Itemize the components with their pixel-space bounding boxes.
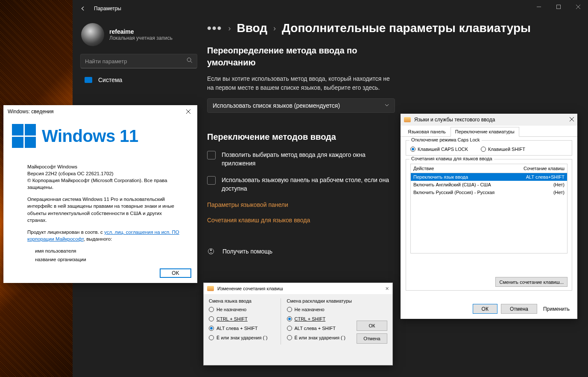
checkbox[interactable]	[207, 176, 216, 185]
opt-tilde[interactable]: Ё или знак ударения (`)	[209, 335, 275, 340]
check-language-bar-label: Использовать языковую панель на рабочем …	[222, 176, 395, 193]
radio-caps-lock[interactable]: Клавишей CAPS LOCK	[410, 147, 468, 152]
radio-icon	[287, 335, 292, 340]
user-block[interactable]: refeaime Локальная учетная запись	[77, 21, 201, 52]
dialog-buttons: ОК Отмена Применить	[473, 304, 572, 314]
col-shortcut: Сочетание клавиш	[524, 166, 565, 171]
opt-alt-shift[interactable]: ALT слева + SHIFT	[287, 326, 353, 331]
list-row[interactable]: Переключить язык вводаALT слева+SHIFT	[411, 173, 567, 181]
breadcrumb-overflow[interactable]: •••	[207, 21, 222, 35]
close-button[interactable]	[570, 117, 574, 123]
close-button[interactable]	[568, 0, 588, 14]
change-shortcut-dialog: Изменение сочетания клавиш ✕ Смена языка…	[203, 283, 393, 365]
winver-title: Windows: сведения	[8, 109, 54, 115]
breadcrumb-current: Дополнительные параметры клавиатуры	[282, 21, 531, 35]
col-layout: Смена раскладки клавиатуры Не назначено …	[287, 298, 353, 345]
text-services-title: Языки и службы текстового ввода	[414, 117, 495, 123]
tab-keyboard-switching[interactable]: Переключение клавиатуры	[451, 127, 519, 137]
winver-copyright: © Корпорация Майкрософт (Microsoft Corpo…	[27, 177, 180, 191]
maximize-button[interactable]	[549, 0, 568, 14]
default-input-dropdown[interactable]: Использовать список языков (рекомендуетс…	[207, 98, 395, 113]
winver-body: Майкрософт Windows Версия 22H2 (сборка О…	[3, 156, 197, 269]
svg-point-3	[210, 249, 212, 251]
check-language-bar[interactable]: Использовать языковую панель на рабочем …	[207, 176, 395, 193]
winver-org: название организации	[35, 256, 180, 263]
radio-icon	[209, 326, 214, 331]
windows-logo-icon	[12, 124, 36, 148]
separator	[281, 298, 281, 345]
apply-button[interactable]: Применить	[541, 304, 572, 314]
radio-icon	[209, 335, 214, 340]
nav-system-label: Система	[98, 77, 122, 83]
section-switching-heading: Переключение методов ввода	[207, 131, 395, 143]
winver-user: имя пользователя	[35, 247, 180, 254]
chevron-right-icon: ›	[273, 24, 276, 33]
radio-shift[interactable]: Клавишей SHIFT	[481, 147, 525, 152]
help-icon	[207, 247, 215, 255]
winver-ms-windows: Майкрософт Windows	[27, 163, 180, 170]
caps-lock-group: Отключение режима Caps Lock Клавишей CAP…	[406, 140, 572, 156]
shortcut-buttons: ОК Отмена	[357, 298, 387, 345]
winver-version: Версия 22H2 (сборка ОС 22621.1702)	[27, 170, 180, 177]
keyboard-icon	[404, 117, 411, 122]
winver-titlebar: Windows: сведения	[3, 105, 197, 118]
window-controls	[529, 0, 588, 14]
opt-none[interactable]: Не назначено	[287, 307, 353, 312]
tabs: Языковая панель Переключение клавиатуры	[401, 126, 577, 137]
checkbox[interactable]	[207, 151, 216, 159]
shortcuts-group: Сочетания клавиш для языков ввода Действ…	[406, 159, 572, 291]
window-title: Параметры	[94, 6, 121, 12]
search-input[interactable]	[85, 58, 187, 65]
section-override-desc: Если вы хотите использовать метод ввода,…	[207, 74, 395, 92]
breadcrumb-input[interactable]: Ввод	[237, 21, 267, 35]
shortcut-dlg-titlebar: Изменение сочетания клавиш ✕	[204, 283, 392, 294]
list-row[interactable]: Включить Русский (Россия) - Русская(Нет)	[411, 188, 567, 196]
cancel-button[interactable]: Отмена	[357, 333, 387, 344]
col-layout-title: Смена раскладки клавиатуры	[287, 298, 353, 303]
shortcuts-group-legend: Сочетания клавиш для языков ввода	[410, 156, 494, 161]
svg-rect-0	[557, 5, 561, 9]
search-icon	[187, 57, 193, 65]
search-box[interactable]	[80, 54, 197, 68]
winver-license: Продукт лицензирован в соотв. с усл. лиц…	[27, 229, 180, 242]
cancel-button[interactable]: Отмена	[501, 304, 537, 314]
chevron-right-icon: ›	[228, 24, 231, 33]
windows-logo: Windows 11	[3, 118, 197, 156]
ok-button[interactable]: ОК	[357, 321, 387, 331]
check-per-window[interactable]: Позволить выбирать метод ввода для каждо…	[207, 150, 395, 168]
shortcut-body: Смена языка ввода Не назначено CTRL + SH…	[204, 294, 392, 349]
radio-icon	[481, 147, 486, 152]
change-shortcut-button[interactable]: Сменить сочетание клавиш...	[495, 277, 568, 287]
tab-language-bar[interactable]: Языковая панель	[403, 127, 451, 136]
opt-ctrl-shift[interactable]: CTRL + SHIFT	[209, 316, 275, 321]
winver-dialog: Windows: сведения Windows 11 Майкрософт …	[3, 105, 197, 283]
radio-icon	[209, 307, 214, 312]
opt-ctrl-shift[interactable]: CTRL + SHIFT	[287, 316, 353, 321]
radio-icon	[287, 316, 292, 321]
get-help-label: Получить помощь	[222, 248, 272, 255]
ok-button[interactable]: ОК	[473, 304, 497, 314]
user-type: Локальная учетная запись	[109, 35, 173, 41]
shortcuts-list[interactable]: Действие Сочетание клавиш Переключить яз…	[410, 164, 568, 253]
avatar	[81, 23, 104, 46]
close-button[interactable]	[182, 106, 195, 117]
dropdown-value: Использовать список языков (рекомендуетс…	[213, 102, 340, 109]
opt-none[interactable]: Не назначено	[209, 307, 275, 312]
section-override-heading: Переопределение метода ввода по умолчани…	[207, 44, 395, 68]
radio-icon	[287, 326, 292, 331]
breadcrumb: ••• › Ввод › Дополнительные параметры кл…	[207, 21, 579, 35]
col-action: Действие	[413, 166, 434, 171]
opt-tilde[interactable]: Ё или знак ударения (`)	[287, 335, 353, 340]
ok-button[interactable]: OK	[160, 268, 191, 278]
opt-alt-shift[interactable]: ALT слева + SHIFT	[209, 326, 275, 331]
back-button[interactable]	[76, 2, 90, 15]
windows-logo-text: Windows 11	[42, 127, 138, 146]
display-icon	[85, 77, 92, 83]
minimize-button[interactable]	[529, 0, 549, 14]
close-button[interactable]: ✕	[385, 286, 389, 292]
svg-point-1	[187, 58, 191, 62]
list-row[interactable]: Включить Английский (США) - США(Нет)	[411, 181, 567, 188]
nav-system[interactable]: Система	[79, 73, 199, 87]
check-per-window-label: Позволить выбирать метод ввода для каждо…	[222, 150, 395, 168]
user-name: refeaime	[109, 28, 173, 35]
